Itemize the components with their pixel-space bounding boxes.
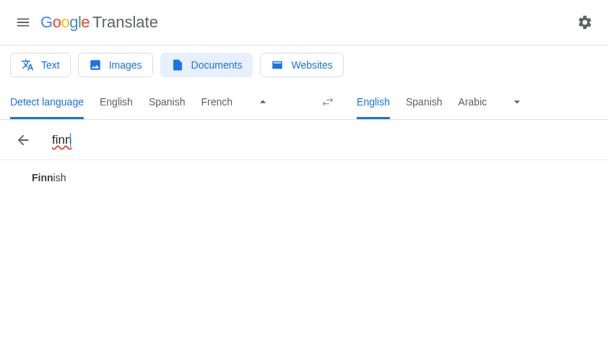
tab-documents-label: Documents (191, 59, 243, 71)
arrow-back-icon (15, 132, 31, 148)
language-suggestion-item[interactable]: Finnish (0, 160, 608, 195)
suggestion-match-part: Finn (32, 172, 53, 183)
source-language-list: Detect language English Spanish French (10, 84, 277, 119)
main-menu-button[interactable] (9, 8, 38, 37)
image-icon (89, 58, 102, 72)
suggestion-rest-part: ish (53, 172, 66, 183)
tab-text-label: Text (41, 59, 60, 71)
chevron-up-icon (256, 95, 270, 109)
translate-text-icon (21, 58, 34, 72)
tab-websites-label: Websites (291, 59, 332, 71)
logo[interactable]: Google Translate (40, 13, 158, 32)
tab-images[interactable]: Images (78, 53, 153, 77)
tab-text[interactable]: Text (10, 53, 71, 77)
language-bar: Detect language English Spanish French E… (0, 84, 608, 119)
target-language-list: English Spanish Arabic (357, 84, 531, 119)
language-search-row: finn (0, 120, 608, 160)
source-lang-detect[interactable]: Detect language (10, 84, 84, 119)
target-lang-1[interactable]: English (357, 84, 390, 119)
target-lang-2[interactable]: Spanish (406, 84, 443, 119)
google-logo-text: Google (40, 13, 90, 32)
language-search-input[interactable]: finn (52, 133, 71, 147)
gear-icon (577, 14, 593, 30)
app-header: Google Translate (0, 0, 608, 46)
back-button[interactable] (12, 129, 35, 152)
swap-horizontal-icon (321, 95, 335, 109)
app-name: Translate (92, 13, 158, 32)
target-lang-3[interactable]: Arabic (459, 84, 487, 119)
input-type-tabs: Text Images Documents Websites (0, 46, 608, 84)
hamburger-icon (15, 14, 31, 30)
document-icon (171, 58, 184, 72)
source-lang-3[interactable]: French (201, 84, 233, 119)
language-search-value: finn (52, 133, 71, 147)
source-lang-1[interactable]: English (100, 84, 133, 119)
target-lang-expand-button[interactable] (503, 87, 531, 116)
source-lang-2[interactable]: Spanish (149, 84, 186, 119)
tab-documents[interactable]: Documents (160, 53, 253, 77)
source-lang-expand-button[interactable] (248, 87, 277, 116)
tab-images-label: Images (109, 59, 142, 71)
language-search-panel: finn Finnish (0, 120, 608, 195)
chevron-down-icon (510, 95, 524, 109)
swap-languages-button[interactable] (313, 87, 342, 116)
tab-websites[interactable]: Websites (260, 53, 343, 77)
settings-button[interactable] (570, 8, 599, 37)
text-cursor (70, 133, 71, 147)
website-icon (271, 58, 284, 72)
